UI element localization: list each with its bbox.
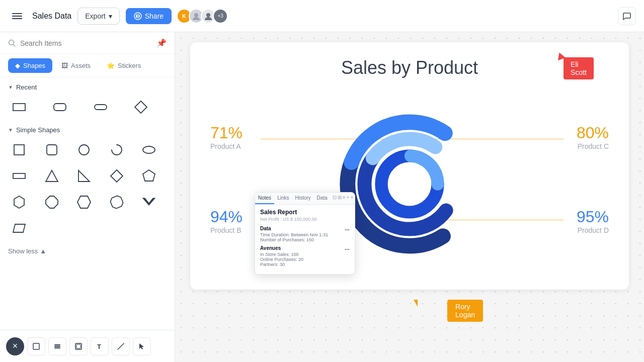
svg-text:T: T <box>97 343 101 350</box>
svg-marker-19 <box>143 170 155 181</box>
user-label-eli: Eli Scott <box>564 57 594 79</box>
popup-avenues-item-1: Online Purchases: 20 <box>260 257 350 262</box>
shape-wide-rect[interactable] <box>8 165 30 187</box>
tab-assets[interactable]: 🖼 Assets <box>54 58 98 73</box>
popup-tab-links[interactable]: Links <box>274 193 292 204</box>
tab-stickers[interactable]: ⭐ Stickers <box>100 58 148 73</box>
popup-section-title-data: Data … <box>260 226 350 231</box>
chart-body: 71% Product A 80% Product C 94% Product … <box>210 94 609 275</box>
shape-rounded-rect[interactable] <box>49 96 71 118</box>
share-button[interactable]: Share <box>126 8 172 24</box>
shape-diamond[interactable] <box>130 96 152 118</box>
label-product-a: 71% Product A <box>210 124 243 150</box>
canvas[interactable]: Sales by Product 71% Product A 80% Produ… <box>175 32 644 362</box>
shape-chevron-down[interactable] <box>138 191 160 213</box>
chevron-up-icon: ▲ <box>40 247 46 255</box>
header: Sales Data Export ▾ Share K +3 <box>0 0 644 32</box>
search-icon <box>8 39 16 47</box>
shape-hexagon2[interactable] <box>73 191 95 213</box>
shape-pentagon[interactable] <box>138 165 160 187</box>
menu-button[interactable] <box>8 7 26 25</box>
svg-marker-23 <box>110 195 124 209</box>
show-less-button[interactable]: Show less ▲ <box>8 247 46 255</box>
popup-tab-data[interactable]: Data <box>314 193 331 204</box>
shape-partial-circle[interactable] <box>106 139 128 161</box>
shape-parallelogram[interactable] <box>8 217 30 239</box>
chevron-icon: ▼ <box>8 127 13 133</box>
popup-card: Notes Links History Data ⊡ ⊞ ≡ + × Sales… <box>255 192 355 275</box>
popup-section-expand2[interactable]: … <box>345 245 350 251</box>
avatar-group: K +3 <box>180 9 228 24</box>
popup-add-icon[interactable]: + <box>347 195 350 202</box>
svg-rect-15 <box>13 173 25 178</box>
svg-rect-11 <box>14 145 24 155</box>
svg-line-33 <box>118 343 124 349</box>
shape-right-triangle[interactable] <box>73 165 95 187</box>
shape-hexagon[interactable] <box>8 191 30 213</box>
toolbar-bottom: × T <box>0 330 175 362</box>
chevron-down-icon: ▾ <box>109 12 112 20</box>
shape-square[interactable] <box>8 139 30 161</box>
svg-rect-8 <box>54 104 66 111</box>
shape-octagon[interactable] <box>41 191 63 213</box>
search-input[interactable] <box>20 39 152 47</box>
shape-diamond2[interactable] <box>106 165 128 187</box>
svg-rect-31 <box>76 344 80 348</box>
popup-body: Sales Report Net Profit : US $ 150,000.0… <box>255 205 355 274</box>
sidebar-tabs: ◆ Shapes 🖼 Assets ⭐ Stickers <box>0 54 175 77</box>
shape-rectangle[interactable] <box>8 96 30 118</box>
svg-marker-16 <box>46 170 58 182</box>
section-header-recent[interactable]: ▼ Recent <box>8 83 167 91</box>
popup-section-avenues: Avenues … In Store Sales: 100 Online Pur… <box>260 245 350 267</box>
layers-tool-button[interactable] <box>48 337 66 355</box>
svg-marker-10 <box>135 101 147 113</box>
svg-marker-25 <box>13 224 25 232</box>
svg-rect-12 <box>47 145 57 155</box>
label-product-b: 94% Product B <box>210 208 243 234</box>
shape-hexagon3[interactable] <box>106 191 128 213</box>
popup-tab-notes[interactable]: Notes <box>255 193 274 204</box>
popup-report-title: Sales Report <box>260 209 350 216</box>
popup-section-expand[interactable]: … <box>345 226 350 231</box>
shape-triangle[interactable] <box>41 165 63 187</box>
svg-marker-17 <box>78 170 90 182</box>
popup-toolbar: ⊡ ⊞ ≡ + × <box>331 193 355 204</box>
avatar-overflow: +3 <box>213 9 228 24</box>
popup-tab-history[interactable]: History <box>292 193 313 204</box>
svg-marker-18 <box>111 170 123 182</box>
svg-rect-9 <box>95 105 107 110</box>
svg-rect-26 <box>33 343 39 349</box>
popup-data-item-1: Number of Purchases: 150 <box>260 237 350 242</box>
shape-rounded-square[interactable] <box>41 139 63 161</box>
popup-subtitle: Net Profit : US $ 150,000.00 <box>260 217 350 222</box>
svg-point-4 <box>194 13 198 17</box>
pin-icon[interactable]: 📌 <box>156 38 167 48</box>
text-tool-button[interactable]: T <box>91 337 109 355</box>
recent-shapes-grid <box>8 96 167 118</box>
svg-marker-22 <box>77 196 91 208</box>
shape-pill[interactable] <box>90 96 112 118</box>
line-tool-button[interactable] <box>112 337 130 355</box>
chat-button[interactable] <box>618 7 636 25</box>
popup-list-icon[interactable]: ≡ <box>343 195 346 202</box>
search-bar: 📌 <box>0 32 175 54</box>
tab-shapes[interactable]: ◆ Shapes <box>8 58 52 73</box>
section-header-simple[interactable]: ▼ Simple Shapes <box>8 126 167 134</box>
close-button[interactable]: × <box>6 337 24 355</box>
simple-shapes-grid <box>8 139 167 239</box>
square-tool-button[interactable] <box>27 337 45 355</box>
chart-title: Sales by Product <box>210 57 609 78</box>
donut-chart <box>339 114 480 254</box>
label-product-c: 80% Product C <box>577 124 609 150</box>
frame-tool-button[interactable] <box>69 337 88 355</box>
popup-close-icon[interactable]: × <box>350 195 353 202</box>
export-button[interactable]: Export ▾ <box>77 8 119 25</box>
page-title: Sales Data <box>32 12 71 21</box>
shape-ellipse[interactable] <box>138 139 160 161</box>
shape-circle[interactable] <box>73 139 95 161</box>
popup-expand-icon[interactable]: ⊡ <box>333 195 337 202</box>
popup-layout-icon[interactable]: ⊞ <box>338 195 342 202</box>
svg-rect-1 <box>12 16 22 17</box>
popup-avenues-item-2: Partners: 30 <box>260 262 350 267</box>
select-tool-button[interactable] <box>133 337 151 355</box>
